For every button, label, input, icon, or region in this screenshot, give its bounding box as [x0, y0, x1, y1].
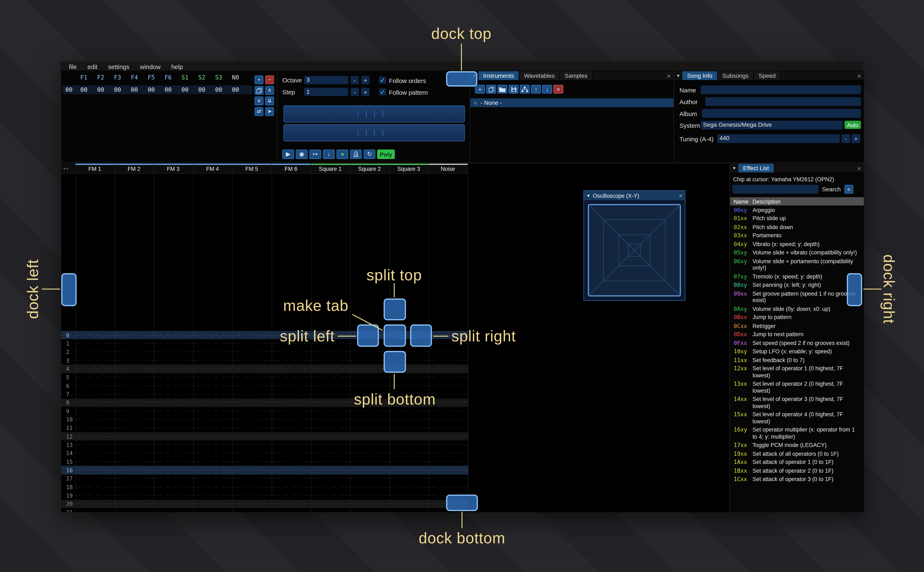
pattern-cell[interactable]: ··· ·· ·· ···· — [390, 375, 429, 380]
pattern-cell[interactable]: ··· ·· ·· ···· — [154, 333, 193, 338]
pattern-cell[interactable]: ··· ·· ·· ···· — [154, 383, 193, 388]
pattern-cell[interactable]: ··· ·· ·· ···· — [193, 425, 232, 431]
instrument-duplicate-button[interactable] — [486, 85, 496, 94]
piano-keyboard-lower[interactable] — [284, 124, 465, 141]
tuning-decrease-button[interactable]: - — [841, 134, 850, 143]
instruments-close-button[interactable]: × — [664, 71, 673, 80]
pattern-cell[interactable]: ··· ·· ·· ···· — [271, 425, 311, 431]
pattern-cell[interactable]: ··· ·· ·· ···· — [428, 349, 468, 354]
pattern-cell[interactable]: ··· ·· ·· ···· — [271, 383, 311, 388]
tab-speed[interactable]: Speed — [754, 71, 781, 80]
pattern-cell[interactable]: ··· ·· ·· ···· — [75, 493, 115, 498]
orders-row[interactable]: 0000000000000000000000 — [62, 85, 252, 94]
channel-header-fm-1[interactable]: FM 1 — [75, 164, 115, 173]
pattern-cell[interactable]: ··· ·· ·· ···· — [390, 493, 429, 498]
tuning-increase-button[interactable]: + — [852, 134, 860, 143]
auto-system-button[interactable]: Auto — [845, 121, 861, 129]
pattern-cell[interactable]: ··· ·· ·· ···· — [154, 358, 193, 363]
pattern-cell[interactable]: ··· ·· ·· ···· — [232, 434, 272, 439]
pattern-cell[interactable]: ··· ·· ·· ···· — [428, 366, 468, 371]
pattern-cell[interactable]: ··· ·· ·· ···· — [154, 425, 193, 431]
instrument-open-button[interactable] — [497, 85, 507, 94]
pattern-cell[interactable]: ··· ·· ·· ···· — [193, 417, 232, 422]
pattern-cell[interactable]: ··· ·· ·· ···· — [390, 417, 429, 422]
pattern-cell[interactable]: ··· ·· ·· ···· — [271, 484, 311, 490]
pattern-cell[interactable]: ··· ·· ·· ···· — [271, 358, 311, 363]
effect-row[interactable]: 03xxPortamento — [730, 231, 864, 239]
pattern-cell[interactable]: ··· ·· ·· ···· — [154, 468, 193, 473]
pattern-cell[interactable]: ··· ·· ·· ···· — [154, 392, 193, 397]
pattern-cell[interactable]: ··· ·· ·· ···· — [232, 417, 272, 422]
dock-bottom-target[interactable] — [446, 495, 478, 511]
follow-orders-checkbox[interactable]: ✓ — [379, 76, 386, 84]
pattern-cell[interactable]: ··· ·· ·· ···· — [115, 510, 154, 513]
pattern-cell[interactable]: ··· ·· ·· ···· — [311, 349, 350, 354]
pattern-cell[interactable]: ··· ·· ·· ···· — [390, 442, 429, 448]
order-value[interactable]: 00 — [177, 87, 193, 93]
play-button[interactable]: ▶ — [282, 149, 294, 159]
pattern-cell[interactable]: ··· ·· ·· ···· — [232, 400, 272, 405]
tab-wavetables[interactable]: Wavetables — [519, 71, 560, 80]
step-increase-button[interactable]: + — [361, 88, 369, 96]
effect-search-input[interactable] — [732, 185, 818, 194]
effect-row[interactable]: 08xySet panning (x: left; y: right) — [730, 281, 864, 289]
pattern-cell[interactable]: ··· ·· ·· ···· — [193, 476, 232, 481]
pattern-cell[interactable]: ··· ·· ·· ···· — [428, 468, 468, 473]
pattern-cell[interactable]: ··· ·· ·· ···· — [193, 392, 232, 397]
effect-row[interactable]: 12xxSet level of operator 1 (0 highest, … — [730, 364, 864, 379]
pattern-cell[interactable]: ··· ·· ·· ···· — [193, 383, 232, 388]
pattern-cell[interactable]: ··· ·· ·· ···· — [154, 349, 193, 354]
pattern-cell[interactable]: ··· ·· ·· ···· — [311, 400, 350, 405]
pattern-cell[interactable]: ··· ·· ·· ···· — [428, 484, 468, 490]
effect-row[interactable]: 05xyVolume slide + vibrato (compatibilit… — [730, 248, 864, 257]
step-row-button[interactable]: ↓ — [323, 149, 335, 159]
play-pattern-button[interactable]: ◉ — [296, 149, 308, 159]
effect-row[interactable]: 17xxToggle PCM mode (LEGACY) — [730, 441, 864, 449]
pattern-cell[interactable]: ··· ·· ·· ···· — [193, 501, 232, 506]
pattern-cell[interactable]: ··· ·· ·· ···· — [350, 434, 390, 439]
order-move-up-button[interactable]: ∧ — [265, 86, 274, 95]
panel-menu-button[interactable]: ▼ — [674, 71, 682, 80]
pattern-cell[interactable]: ··· ·· ·· ···· — [115, 484, 154, 490]
pattern-cell[interactable]: ··· ·· ·· ···· — [75, 408, 115, 413]
pattern-cell[interactable]: ··· ·· ·· ···· — [232, 408, 272, 413]
pattern-cell[interactable]: ··· ·· ·· ···· — [271, 442, 311, 448]
pattern-cell[interactable]: ··· ·· ·· ···· — [232, 358, 272, 363]
pattern-cell[interactable]: ··· ·· ·· ···· — [311, 366, 350, 371]
pattern-cell[interactable]: ··· ·· ·· ···· — [232, 392, 272, 397]
pattern-cell[interactable]: ··· ·· ·· ···· — [350, 459, 390, 464]
pattern-cell[interactable]: ··· ·· ·· ···· — [193, 451, 232, 456]
effect-row[interactable]: 00xyArpeggio — [730, 205, 864, 214]
pattern-cell[interactable]: ··· ·· ·· ···· — [193, 408, 232, 413]
pattern-cell[interactable]: ··· ·· ·· ···· — [115, 476, 154, 481]
pattern-cell[interactable]: ··· ·· ·· ···· — [115, 383, 154, 388]
pattern-cell[interactable]: ··· ·· ·· ···· — [271, 451, 311, 456]
pattern-cell[interactable]: ··· ·· ·· ···· — [390, 484, 429, 490]
effect-row[interactable]: 0BxxJump to pattern — [730, 313, 864, 322]
pattern-expand-button[interactable]: ++ — [61, 164, 76, 173]
pattern-cell[interactable]: ··· ·· ·· ···· — [350, 425, 390, 431]
menu-item-file[interactable]: file — [64, 61, 82, 71]
pattern-cell[interactable]: ··· ·· ·· ···· — [428, 476, 468, 481]
pattern-cell[interactable]: ··· ·· ·· ···· — [271, 476, 311, 481]
effect-row[interactable]: 14xxSet level of operator 3 (0 highest, … — [730, 395, 864, 410]
order-add-button[interactable]: + — [255, 75, 263, 84]
pattern-cell[interactable]: ··· ·· ·· ···· — [115, 468, 154, 473]
channel-header-square-2[interactable]: Square 2 — [350, 164, 390, 173]
pattern-cell[interactable]: ··· ·· ·· ···· — [311, 510, 350, 513]
channel-header-noise[interactable]: Noise — [428, 164, 468, 173]
pattern-cell[interactable]: ··· ·· ·· ···· — [390, 451, 429, 456]
pattern-cell[interactable]: ··· ·· ·· ···· — [311, 442, 350, 448]
effect-row[interactable]: 07xyTremolo (x: speed; y: depth) — [730, 272, 864, 281]
pattern-cell[interactable]: ··· ·· ·· ···· — [232, 476, 272, 481]
pattern-cell[interactable]: ··· ·· ·· ···· — [350, 493, 390, 498]
pattern-cell[interactable]: ··· ·· ·· ···· — [350, 408, 390, 413]
pattern-cell[interactable]: ··· ·· ·· ···· — [311, 434, 350, 439]
effect-row[interactable]: 0CxxRetrigger — [730, 322, 864, 330]
pattern-cell[interactable]: ··· ·· ·· ···· — [193, 459, 232, 464]
pattern-cell[interactable]: ··· ·· ·· ···· — [271, 501, 311, 506]
effect-row[interactable]: 1CxxSet attack of operator 3 (0 to 1F) — [730, 475, 864, 483]
effect-row[interactable]: 01xxPitch slide up — [730, 214, 864, 223]
pattern-cell[interactable]: ··· ·· ·· ···· — [75, 392, 115, 397]
order-edit-button[interactable]: ➤ — [265, 107, 274, 116]
